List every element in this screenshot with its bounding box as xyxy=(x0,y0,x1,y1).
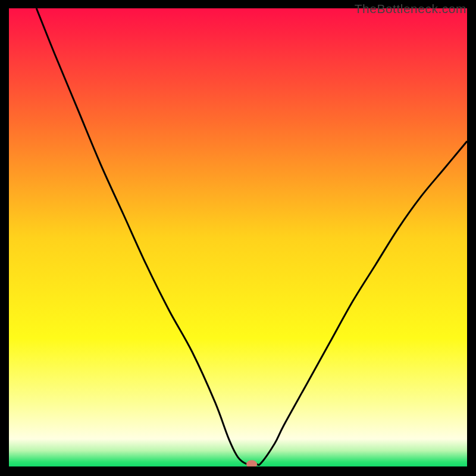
bottleneck-chart xyxy=(9,8,467,466)
chart-frame: TheBottleneck.com xyxy=(0,0,476,476)
plot-area xyxy=(9,8,467,466)
watermark-text: TheBottleneck.com xyxy=(355,2,466,16)
gradient-background xyxy=(9,8,467,466)
